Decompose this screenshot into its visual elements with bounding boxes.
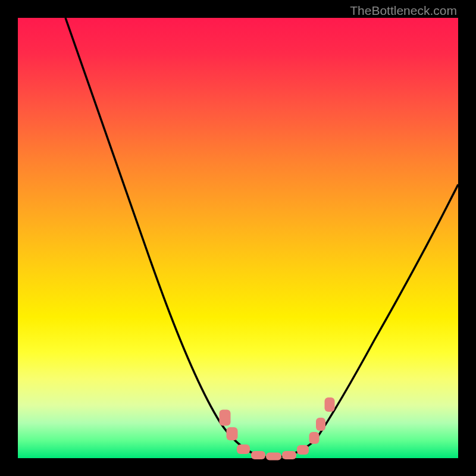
data-marker [316,418,325,431]
data-marker [227,427,238,440]
data-marker [237,444,250,454]
watermark-text: TheBottleneck.com [350,4,457,18]
data-marker [282,451,296,459]
data-marker [297,445,309,455]
chart-container: TheBottleneck.com [0,0,476,476]
data-marker [251,451,265,459]
left-curve [65,18,262,457]
right-curve [280,184,458,457]
plot-area [18,18,458,458]
data-marker [325,397,335,412]
curve-svg [18,18,458,458]
data-marker [220,410,231,426]
data-marker [309,432,320,444]
data-marker [266,453,281,461]
